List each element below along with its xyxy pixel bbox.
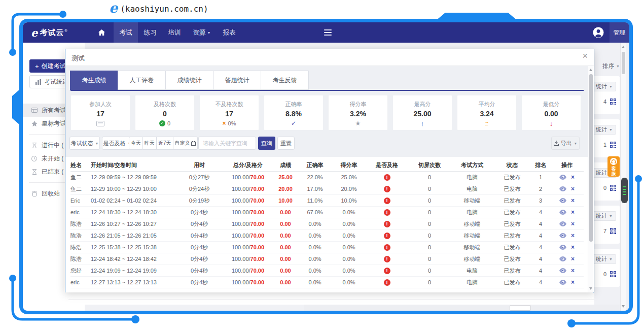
- arrows-icon: →←: [485, 121, 489, 126]
- table-cell: 12-25 15:38 ~ 12-25 15:38: [91, 244, 176, 250]
- stats-dropdown-button[interactable]: 统计▼: [592, 211, 616, 221]
- search-input[interactable]: [198, 137, 256, 150]
- nav-item-exam[interactable]: 考试: [114, 22, 138, 43]
- nav-item-practice[interactable]: 练习: [138, 22, 162, 43]
- table-cell: 鱼二: [70, 174, 91, 181]
- sort-dropdown[interactable]: 排序▼: [595, 61, 620, 71]
- tab-1[interactable]: 考生成绩: [70, 71, 118, 90]
- scroll-up-arrow[interactable]: [589, 69, 592, 71]
- view-icon[interactable]: [559, 256, 566, 261]
- table-cell: 0.00: [273, 233, 298, 239]
- delete-icon[interactable]: ×: [571, 197, 575, 204]
- table-cell: 已发布: [493, 267, 531, 275]
- delete-icon[interactable]: ×: [571, 256, 575, 262]
- delete-icon[interactable]: ×: [571, 233, 575, 239]
- table-cell: 0.0%: [332, 209, 366, 215]
- table-cell: 4: [531, 244, 550, 250]
- exam-status-dropdown[interactable]: 考试状态▼: [69, 137, 100, 150]
- view-icon[interactable]: [559, 175, 566, 180]
- delete-icon[interactable]: ×: [571, 268, 575, 274]
- fail-icon: !: [384, 209, 390, 216]
- stats-dropdown-button[interactable]: 统计▼: [592, 82, 616, 91]
- tab-3[interactable]: 成绩统计: [165, 71, 213, 90]
- export-button[interactable]: 导出 ▼: [551, 137, 580, 150]
- qrcode-icon: [610, 271, 616, 277]
- table-cell: 12-24 18:30 ~ 12-24 18:30: [91, 209, 176, 215]
- quick-filter-2[interactable]: 昨天: [143, 137, 157, 150]
- table-cell: 25.00: [273, 174, 298, 180]
- table-cell: 100.00/70.00: [223, 186, 273, 192]
- all-exams-icon: [31, 108, 38, 113]
- tab-4[interactable]: 答题统计: [213, 71, 261, 90]
- modal-scrollbar[interactable]: [588, 66, 593, 292]
- view-icon[interactable]: [559, 268, 566, 273]
- trash-icon: [32, 191, 37, 196]
- quick-filter-label: 昨天: [145, 140, 155, 147]
- nav-item-training[interactable]: 培训: [162, 22, 187, 43]
- table-cell: 100.00/70.00: [223, 256, 273, 262]
- close-icon[interactable]: ×: [582, 51, 588, 60]
- site-logo-e: e: [109, 1, 118, 15]
- column-header: 成绩: [273, 161, 298, 169]
- hourglass-icon: [32, 143, 37, 148]
- scroll-down-arrow[interactable]: [589, 287, 592, 290]
- page-scrollbar[interactable]: [620, 43, 626, 311]
- view-icon[interactable]: [559, 245, 566, 250]
- delete-icon[interactable]: ×: [571, 221, 575, 227]
- view-icon[interactable]: [559, 186, 566, 191]
- table-cell: 0分4秒: [176, 267, 223, 275]
- table-cell: 100.00/70.00: [223, 221, 273, 227]
- table-cell: 移动端: [451, 255, 493, 263]
- nav-item-label: 培训: [168, 28, 181, 37]
- table-cell: 0分4秒: [176, 209, 223, 216]
- stats-dropdown-button[interactable]: 统计▼: [592, 254, 616, 264]
- scroll-up-arrow[interactable]: [622, 46, 625, 48]
- exam-results-modal: 测试 × 考生成绩人工评卷成绩统计答题统计考生反馈 参加人次17及格次数0✓0不…: [65, 49, 594, 292]
- customer-service-button[interactable]: 客服: [607, 156, 620, 177]
- view-icon[interactable]: [559, 233, 566, 238]
- stat-card: 参加人次17: [70, 95, 130, 130]
- delete-icon[interactable]: ×: [571, 174, 575, 180]
- table-cell: 25.0%: [332, 174, 366, 180]
- table-cell: 0: [408, 256, 451, 262]
- table-cell: 已发布: [493, 244, 531, 251]
- brand-name: 考试云: [40, 28, 64, 38]
- table-cell: 已发布: [493, 255, 531, 263]
- scroll-down-arrow[interactable]: [622, 305, 625, 308]
- search-button[interactable]: 查询: [258, 137, 275, 150]
- main-nav: 考试练习培训资源▼报表: [89, 22, 241, 43]
- stats-dropdown-button[interactable]: 统计▼: [592, 125, 616, 135]
- view-icon[interactable]: [559, 280, 566, 285]
- delete-icon[interactable]: ×: [571, 186, 575, 192]
- table-cell: 1: [531, 174, 550, 180]
- delete-icon[interactable]: ×: [571, 209, 575, 215]
- view-icon[interactable]: [559, 221, 566, 226]
- nav-item-home[interactable]: [89, 22, 114, 43]
- scroll-thumb[interactable]: [622, 52, 625, 74]
- clock-icon: [31, 156, 37, 161]
- table-cell: 4: [531, 209, 550, 215]
- admin-menu[interactable]: 管理: [610, 22, 629, 43]
- quick-filter-3[interactable]: 近7天: [157, 137, 173, 150]
- quick-filter-1[interactable]: 今天: [129, 137, 143, 150]
- view-icon[interactable]: [559, 210, 566, 215]
- user-avatar[interactable]: [593, 27, 604, 40]
- cross-icon: ×: [223, 120, 226, 127]
- tab-2[interactable]: 人工评卷: [118, 71, 166, 90]
- tab-5[interactable]: 考生反馈: [261, 71, 309, 90]
- stat-icon-row: ↑: [393, 120, 452, 127]
- delete-icon[interactable]: ×: [571, 244, 575, 250]
- table-cell: !: [366, 244, 408, 251]
- table-cell: 0分4秒: [176, 279, 223, 286]
- scroll-thumb[interactable]: [589, 74, 593, 242]
- reset-button[interactable]: 重置: [277, 137, 295, 150]
- table-cell: 已发布: [493, 279, 531, 286]
- menu-icon[interactable]: [324, 29, 332, 36]
- nav-item-resource[interactable]: 资源▼: [187, 22, 217, 43]
- quick-filter-4[interactable]: 自定义: [173, 137, 198, 150]
- delete-icon[interactable]: ×: [571, 279, 575, 285]
- pass-status-dropdown[interactable]: 是否及格▼: [102, 137, 132, 150]
- table-cell: 10.00: [273, 197, 298, 204]
- nav-item-report[interactable]: 报表: [217, 22, 241, 43]
- view-icon[interactable]: [559, 198, 566, 203]
